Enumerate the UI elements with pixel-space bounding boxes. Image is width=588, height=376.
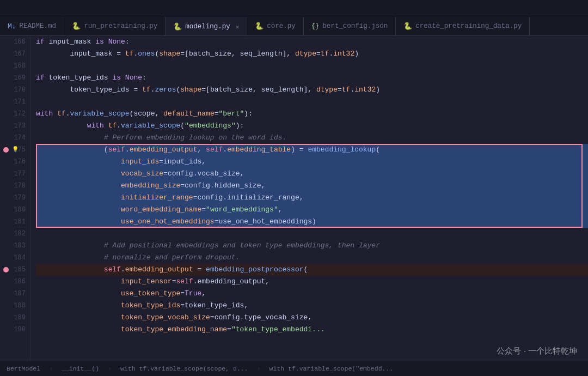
gutter-row-180: 180 [0, 204, 30, 216]
tab-core[interactable]: 🐍core.py [247, 17, 304, 35]
kw-token: if [36, 36, 48, 48]
comment-token: # normalize and perform dropout. [104, 252, 240, 264]
self-kw-token: self [104, 264, 121, 276]
plain-token [36, 168, 121, 180]
plain-token: =token_type_ids, [180, 300, 248, 312]
plain-token: ( [304, 264, 308, 276]
self-kw-token: self [206, 144, 223, 156]
param-token: use_token_type [121, 288, 180, 300]
plain-token: .embedding_output, [193, 276, 270, 288]
plain-token: ( [155, 48, 159, 60]
kw-token: with [87, 120, 108, 132]
self-kw-token: self [108, 144, 125, 156]
tab-label: bert_config.json [322, 22, 388, 30]
tf-token: tf [125, 48, 134, 60]
plain-token: = [180, 288, 185, 300]
gutter-row-183: 183 [0, 240, 30, 252]
param-token: shape [159, 48, 180, 60]
gutter-row-190: 190 [0, 324, 30, 336]
plain-token: =[batch_size, seq_length], [180, 48, 295, 60]
plain-token: =[batch_size, seq_length], [201, 84, 316, 96]
gutter-row-188: 188 [0, 300, 30, 312]
tab-close-btn[interactable]: ✕ [236, 23, 240, 31]
line-number: 184 [10, 254, 26, 262]
line-number: 177 [10, 170, 26, 178]
code-line-180: word_embedding_name="word_embeddings", [36, 204, 588, 216]
plain-token: , [278, 204, 283, 216]
plain-token: ( [36, 144, 108, 156]
json-icon: {} [311, 22, 319, 30]
line-number: 171 [10, 98, 26, 106]
tab-modeling[interactable]: 🐍modeling.py✕ [166, 17, 247, 35]
py-icon: 🐍 [72, 22, 81, 31]
gutter-row-173: 173 [0, 120, 30, 132]
str-token: "word_embeddings" [206, 204, 278, 216]
line-number: 169 [10, 74, 26, 82]
line-number: 176 [10, 158, 26, 166]
line-number: 167 [10, 50, 26, 58]
code-line-186: input_tensor=self.embedding_output, [36, 276, 588, 288]
plain-token: input_mask [48, 36, 95, 48]
line-number: 173 [10, 122, 26, 130]
plain-token: = [193, 264, 206, 276]
code-line-179: initializer_range=config.initializer_ran… [36, 192, 588, 204]
kw-token: None [125, 72, 142, 84]
gutter-row-168: 168 [0, 60, 30, 72]
title-bar [0, 0, 588, 15]
code-line-170: token_type_ids = tf.zeros(shape=[batch_s… [36, 84, 588, 96]
plain-token: = [172, 276, 176, 288]
code-line-184: # normalize and perform dropout. [36, 252, 588, 264]
plain-token: (scope, [130, 108, 163, 120]
plain-token [36, 312, 121, 324]
gutter-row-169: 169 [0, 72, 30, 84]
plain-token: ) = [291, 144, 308, 156]
tab-readme[interactable]: M↓README.md [0, 17, 64, 35]
param-token: word_embedding_name [121, 204, 201, 216]
code-line-167: input_mask = tf.ones(shape=[batch_size, … [36, 48, 588, 60]
kw-token: True [185, 288, 201, 300]
param-token: token_type_ids [121, 300, 180, 312]
plain-token [36, 276, 121, 288]
tab-create_pretraining[interactable]: 🐍create_pretraining_data.py [396, 17, 530, 35]
code-line-182 [36, 228, 588, 240]
tab-label: modeling.py [185, 23, 230, 31]
line-number: 170 [10, 86, 26, 94]
plain-token: =config.vocab_size, [163, 168, 244, 180]
tab-run_pretraining[interactable]: 🐍run_pretraining.py [64, 17, 166, 35]
plain-token: : [142, 72, 146, 84]
code-line-190: token_type_embedding_name="token_type_em… [36, 324, 588, 336]
editor: 166167168169170171172173174💡175176177178… [0, 36, 588, 361]
code-line-174: # Perform embedding lookup on the word i… [36, 132, 588, 144]
code-line-166: if input_mask is None: [36, 36, 588, 48]
plain-token: . [117, 120, 121, 132]
gutter-row-166: 166 [0, 36, 30, 48]
code-line-181: use_one_hot_embeddings=use_one_hot_embed… [36, 216, 588, 228]
plain-token: = [215, 108, 219, 120]
plain-token: ) [376, 84, 380, 96]
plain-token [36, 216, 121, 228]
code-line-168 [36, 60, 588, 72]
py-icon: 🐍 [403, 22, 412, 31]
str-token: "embeddings" [185, 120, 236, 132]
tab-bert_config[interactable]: {}bert_config.json [304, 17, 396, 35]
param-token: default_name [163, 108, 215, 120]
param-token: input_ids [121, 156, 159, 168]
line-number: 182 [10, 230, 26, 238]
plain-token: = [316, 48, 321, 60]
lightbulb-icon[interactable]: 💡 [12, 146, 20, 154]
status-separator: › [257, 365, 261, 372]
plain-token: . [125, 144, 130, 156]
plain-token: . [223, 144, 227, 156]
status-bar: BertModel › __init__() › with tf.variabl… [0, 361, 588, 376]
plain-token: . [350, 84, 354, 96]
code-line-188: token_type_ids=token_type_ids, [36, 300, 588, 312]
editor-wrapper: 166167168169170171172173174💡175176177178… [0, 36, 588, 361]
code-line-185: self.embedding_output = embedding_postpr… [36, 264, 588, 276]
plain-token: ( [376, 144, 380, 156]
plain-token [36, 264, 104, 276]
line-number: 188 [10, 302, 26, 310]
gutter-row-175: 💡175 [0, 144, 30, 156]
method-token: zeros [155, 84, 176, 96]
breakpoint-indicator [3, 267, 9, 272]
attr-token: int32 [333, 48, 354, 60]
